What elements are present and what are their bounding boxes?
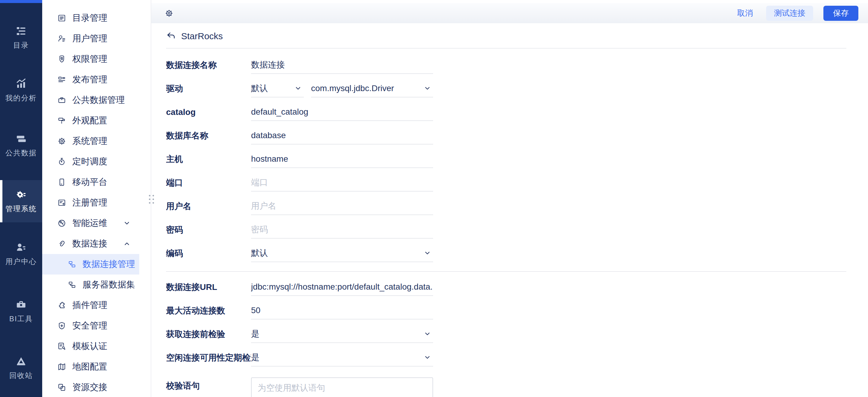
menu-item-18[interactable]: 地图配置 [42,357,151,377]
menu-item-10[interactable]: 注册管理 [42,193,151,213]
menu-item-19[interactable]: 资源交接 [42,377,151,397]
select-value: 默认 [251,247,268,259]
rail-analysis [16,78,27,90]
username-label: 用户名 [166,201,251,212]
menu-item-label: 系统管理 [72,135,107,147]
password-control [251,221,433,238]
password-input[interactable] [251,221,433,238]
port-input[interactable] [251,174,433,192]
ic-back [166,31,176,41]
ic-handover [57,383,66,392]
menu-item-label: 模板认证 [72,340,107,352]
menu-item-label: 服务器数据集 [83,279,135,291]
ic-catalog [57,13,66,23]
section-divider [166,271,846,272]
menu-item-6[interactable]: 外观配置 [42,110,151,131]
menu-item-label: 公共数据管理 [72,94,125,106]
ic-paint [57,116,66,125]
ic-chevron-down [424,330,431,338]
chevron-down-icon [424,249,431,257]
database-name-input[interactable] [251,127,433,144]
rail-item-5[interactable]: 用户中心 [0,233,42,275]
menu-item-17[interactable]: 模板认证 [42,336,151,357]
menu-item-2[interactable]: 用户管理 [42,28,151,49]
idle-check-label: 空闲连接可用性定期检查 [166,352,251,364]
encoding-select[interactable]: 默认 [251,245,433,262]
menu-item-13[interactable]: 数据连接管理 [42,254,139,275]
username-input[interactable] [251,198,433,215]
form-row-password: 密码 [166,218,846,242]
menu-item-label: 用户管理 [72,33,107,45]
jdbc-url-control [251,279,433,296]
form-row-connection-name: 数据连接名称 [166,53,846,77]
port-control [251,174,433,192]
driver-class-select[interactable]: com.mysql.jdbc.Driver [311,80,433,97]
menu-item-label: 外观配置 [72,115,107,127]
rail-item-4[interactable]: 管理系统 [0,180,42,222]
ic-clip [57,239,66,248]
form-row-max-active: 最大活动连接数 [166,299,846,322]
host-input[interactable] [251,150,433,168]
admin-menu-sidebar: 目录管理用户管理权限管理发布管理公共数据管理外观配置系统管理定时调度移动平台注册… [42,0,151,397]
menu-item-label: 注册管理 [72,197,107,209]
jdbc-url-input[interactable] [251,279,433,296]
form-row-jdbc-url: 数据连接URL [166,276,846,299]
cancel-button[interactable]: 取消 [737,8,753,19]
rail-item-1[interactable]: 目录 [0,17,42,59]
menu-item-1[interactable]: 目录管理 [42,8,151,28]
rail-item-6[interactable]: BI工具 [0,290,42,333]
chevron-down-icon [424,330,431,338]
connection-name-input[interactable] [251,56,433,74]
idle-check-select[interactable]: 是 [251,349,433,367]
menu-item-label: 定时调度 [72,155,107,168]
top-accent-strip [0,0,42,3]
sidebar-resize-handle[interactable] [149,195,154,204]
catalog-input[interactable] [251,104,433,121]
back-icon[interactable] [166,31,176,41]
rail-item-label: 目录 [13,40,29,50]
menu-item-12[interactable]: 数据连接 [42,233,151,254]
menu-item-label: 移动平台 [72,176,107,188]
content-topbar: 取消 测试连接 保存 [151,3,868,23]
settings-gear-icon[interactable] [164,9,174,18]
menu-item-label: 地图配置 [72,361,107,373]
menu-item-11[interactable]: 智能运维 [42,213,151,233]
ic-nodes [67,280,76,289]
form-row-check-before-acquire: 获取连接前检验是 [166,322,846,346]
menu-item-5[interactable]: 公共数据管理 [42,90,151,110]
menu-item-16[interactable]: 安全管理 [42,316,151,336]
validation-sql-textarea[interactable] [251,377,433,397]
rail-toolbox [16,299,27,310]
menu-item-15[interactable]: 插件管理 [42,295,151,316]
form-row-port: 端口 [166,171,846,195]
rail-recycle [16,356,27,367]
rail-item-7[interactable]: 回收站 [0,347,42,389]
menu-item-4[interactable]: 发布管理 [42,69,151,90]
form-row-driver: 驱动默认com.mysql.jdbc.Driver [166,77,846,101]
menu-item-7[interactable]: 系统管理 [42,131,151,151]
ic-permission [57,55,66,64]
ic-briefcase [57,96,66,105]
menu-item-9[interactable]: 移动平台 [42,172,151,193]
rail-item-label: BI工具 [9,314,33,324]
menu-item-14[interactable]: 服务器数据集 [42,275,151,295]
form-row-encoding: 编码默认 [166,242,846,265]
menu-item-label: 数据连接管理 [83,258,135,270]
form-row-validation-sql: 校验语句 [166,377,846,397]
idle-check-control: 是 [251,349,433,367]
save-button[interactable]: 保存 [824,6,858,21]
driver-mode-select[interactable]: 默认 [251,80,304,97]
rail-item-2[interactable]: 我的分析 [0,69,42,112]
ic-gear [57,137,66,146]
test-connection-button[interactable]: 测试连接 [766,6,813,21]
menu-item-3[interactable]: 权限管理 [42,49,151,69]
ic-chevron-up [123,240,131,248]
check-before-acquire-label: 获取连接前检验 [166,329,251,340]
max-active-input[interactable] [251,302,433,319]
menu-item-8[interactable]: 定时调度 [42,151,151,172]
connection-name-control [251,56,433,74]
check-before-acquire-select[interactable]: 是 [251,325,433,343]
primary-sidebar: 目录我的分析公共数据管理系统用户中心BI工具回收站 [0,0,42,397]
rail-item-3[interactable]: 公共数据 [0,124,42,167]
form-row-username: 用户名 [166,195,846,218]
